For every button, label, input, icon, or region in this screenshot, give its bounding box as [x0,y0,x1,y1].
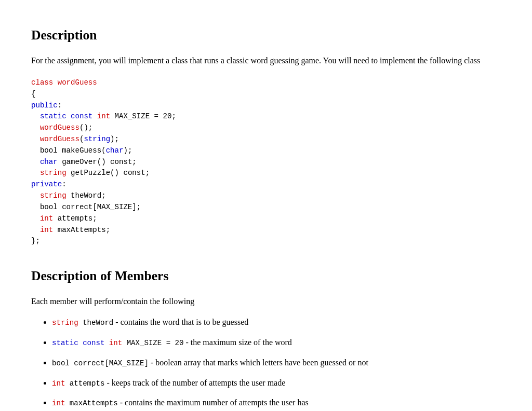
maxsize-int: int [109,339,122,347]
code-maxsize-decl: MAX_SIZE = 20; [110,112,176,120]
correct-desc: - boolean array that marks which letters… [149,358,368,367]
theWord-code: string [52,319,78,327]
code-constructor-2: wordGuess [40,135,79,143]
code-makeGuess-close: ); [123,146,132,155]
code-constructor-1-parens: (); [79,124,92,132]
attempts-desc: - keeps track of the number of attempts … [104,378,285,387]
code-constructor-1: wordGuess [40,124,79,132]
code-gameOver: gameOver() const; [58,158,137,166]
code-theWord-decl: theWord; [66,191,106,200]
code-int-3: int [40,226,53,234]
code-bool-correct: bool correct[MAX_SIZE]; [40,203,141,211]
code-string-2: string [40,169,66,177]
correct-array: correct[MAX_SIZE] [70,359,149,367]
maxsize-static: static const [52,339,109,347]
code-private-colon: : [62,180,66,188]
theWord-varname: theWord [78,319,114,327]
maxAttempts-code: maxAttempts [65,399,117,407]
maxAttempts-int: int [52,399,65,407]
attempts-int: int [52,379,65,388]
code-char-1: char [106,146,124,155]
maxsize-code: MAX_SIZE = 20 [122,339,183,347]
code-class-name: wordGuess [58,78,97,87]
code-getPuzzle: getPuzzle() const; [66,169,150,177]
code-brace-open: { [31,90,35,98]
list-item-maxsize: static const int MAX_SIZE = 20 - the max… [52,336,501,349]
code-attempts-decl: attempts; [53,214,97,223]
code-class-keyword: class [31,78,53,87]
code-private-keyword: private [31,180,62,188]
list-item-theWord: string theWord - contains the word that … [52,316,501,329]
theWord-desc: - contains the word that is to be guesse… [113,318,248,326]
correct-bool: bool [52,359,70,367]
list-item-correct: bool correct[MAX_SIZE] - boolean array t… [52,357,501,369]
maxsize-desc: - the maximum size of the word [183,338,291,347]
members-intro: Each member will perform/contain the fol… [31,295,501,308]
members-section: Description of Members Each member will … [31,266,501,411]
code-bool-makeGuess: bool makeGuess( [40,146,106,155]
code-string-1: string [84,135,110,143]
code-brace-close: }; [31,237,40,245]
members-heading: Description of Members [31,266,501,287]
code-static: static [40,112,66,120]
attempts-code: attempts [65,379,104,388]
maxAttempts-desc: - contains the maximum number of attempt… [118,398,309,407]
code-string-3: string [40,191,66,200]
code-int-1: int [97,112,110,120]
code-public-keyword: public [31,101,58,109]
description-paragraph: For the assignment, you will implement a… [31,54,501,67]
code-const: const [71,112,92,120]
code-block: class wordGuess { public: static const i… [31,73,501,251]
code-maxAttempts-decl: maxAttempts; [53,226,110,234]
list-item-attempts: int attempts - keeps track of the number… [52,377,501,390]
description-heading: Description [31,25,501,46]
code-constructor-2-close: ); [110,135,119,143]
code-int-2: int [40,214,53,223]
list-item-maxAttempts: int maxAttempts - contains the maximum n… [52,396,501,409]
code-colon: : [58,101,62,109]
code-char-2: char [40,158,58,166]
description-section: Description For the assignment, you will… [31,25,501,251]
members-list: string theWord - contains the word that … [31,316,501,411]
